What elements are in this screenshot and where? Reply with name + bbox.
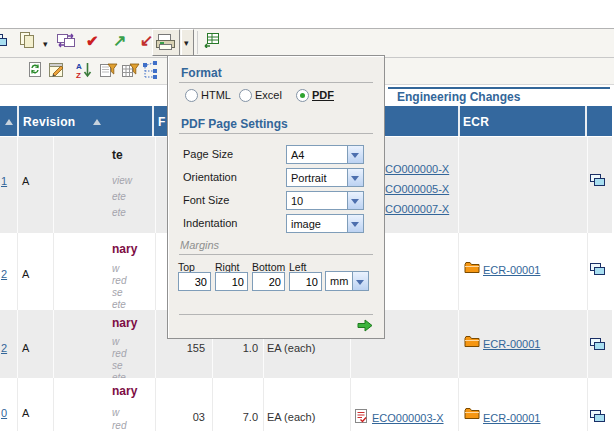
radio-pdf-label[interactable]: PDF bbox=[312, 89, 334, 101]
print-format-dialog: Format HTML Excel PDF PDF Page Settings … bbox=[167, 55, 385, 339]
sort-indicator-icon[interactable] bbox=[5, 119, 13, 125]
dropdown-button[interactable] bbox=[352, 272, 368, 290]
copy-menu-arrow-icon[interactable]: ▾ bbox=[43, 40, 48, 49]
table-row: 0 A nary w red 03 7.0 EA (each) ECO00000… bbox=[0, 378, 612, 431]
margin-top-input[interactable] bbox=[178, 272, 211, 291]
chevron-down-icon bbox=[351, 153, 359, 158]
item-number-link[interactable]: 2 bbox=[1, 268, 7, 280]
preview-pages-partial-icon[interactable] bbox=[0, 33, 9, 49]
ecr-link[interactable]: ECR-00001 bbox=[483, 338, 540, 350]
margin-bottom-input[interactable] bbox=[252, 272, 285, 291]
check-icon[interactable]: ✔ bbox=[86, 33, 99, 48]
eco-document-icon bbox=[354, 408, 368, 424]
divider bbox=[179, 82, 373, 83]
radio-html-label[interactable]: HTML bbox=[201, 89, 231, 101]
page-size-select[interactable]: A4 bbox=[286, 145, 364, 164]
font-size-select[interactable]: 10 bbox=[286, 191, 364, 210]
toolbar-separator bbox=[197, 31, 198, 54]
status-text-fragments: w red se ete bbox=[112, 336, 126, 384]
print-button[interactable] bbox=[152, 29, 180, 56]
item-number-link[interactable]: 0 bbox=[1, 407, 7, 419]
uom-value: EA (each) bbox=[267, 342, 315, 354]
column-header-revision[interactable]: Revision bbox=[23, 115, 75, 129]
column-header-ecr[interactable]: ECR bbox=[463, 115, 489, 129]
folder-icon bbox=[464, 261, 480, 274]
sort-az-icon[interactable]: AZ bbox=[75, 61, 93, 79]
svg-text:A: A bbox=[76, 62, 82, 71]
copy-icon[interactable] bbox=[18, 31, 36, 49]
filter-document-icon[interactable] bbox=[99, 61, 118, 79]
revision-value: A bbox=[22, 407, 29, 419]
radio-pdf[interactable] bbox=[296, 89, 309, 102]
eco-link[interactable]: CO000007-X bbox=[385, 203, 449, 215]
column-header-partial[interactable]: F bbox=[158, 115, 166, 129]
chevron-down-icon bbox=[356, 280, 364, 285]
print-row-icon[interactable] bbox=[589, 409, 607, 425]
status-text-fragments: w red se ete bbox=[112, 263, 126, 311]
swap-window-icon[interactable] bbox=[56, 32, 76, 49]
margin-left-input[interactable] bbox=[289, 272, 322, 291]
margins-heading: Margins bbox=[180, 239, 219, 251]
revision-value: A bbox=[22, 175, 29, 187]
page-size-label: Page Size bbox=[183, 148, 233, 160]
hierarchy-tree-icon[interactable] bbox=[142, 61, 159, 79]
font-size-value: 10 bbox=[291, 195, 303, 207]
dropdown-button[interactable] bbox=[347, 215, 363, 232]
folder-icon bbox=[464, 407, 480, 420]
column-divider bbox=[17, 106, 19, 136]
edit-notepad-icon[interactable] bbox=[48, 61, 67, 79]
lifecycle-phase-fragment: nary bbox=[112, 384, 137, 398]
column-divider bbox=[152, 106, 154, 136]
revision-value: A bbox=[22, 342, 29, 354]
filter-table-icon[interactable] bbox=[121, 61, 140, 79]
print-row-icon[interactable] bbox=[589, 262, 607, 278]
margin-unit-select[interactable]: mm bbox=[325, 271, 369, 291]
chevron-down-icon bbox=[351, 176, 359, 181]
status-text-fragments: view ete ete bbox=[112, 173, 132, 221]
dropdown-button[interactable] bbox=[347, 146, 363, 163]
group-header-engineering-changes: Engineering Changes bbox=[397, 90, 520, 104]
indentation-select[interactable]: image bbox=[286, 214, 364, 233]
svg-text:Z: Z bbox=[76, 71, 81, 79]
qty-value: 7.0 bbox=[214, 411, 258, 423]
orientation-label: Orientation bbox=[183, 171, 237, 183]
eco-link[interactable]: CO000005-X bbox=[385, 183, 449, 195]
sort-indicator-icon[interactable] bbox=[93, 119, 101, 125]
find-num-value: 155 bbox=[157, 342, 205, 354]
margin-right-input[interactable] bbox=[215, 272, 248, 291]
pdf-page-settings-heading: PDF Page Settings bbox=[181, 117, 288, 131]
orientation-select[interactable]: Portrait bbox=[286, 168, 364, 187]
dropdown-button[interactable] bbox=[347, 169, 363, 186]
chevron-down-icon bbox=[351, 199, 359, 204]
font-size-label: Font Size bbox=[183, 194, 229, 206]
qty-value: 1.0 bbox=[214, 342, 258, 354]
submit-arrow-button[interactable] bbox=[357, 319, 373, 332]
print-row-icon[interactable] bbox=[589, 173, 607, 189]
chevron-down-icon bbox=[351, 222, 359, 227]
print-row-icon[interactable] bbox=[589, 337, 607, 353]
status-text-fragments: w red bbox=[112, 406, 126, 431]
eco-link[interactable]: CO000000-X bbox=[385, 163, 449, 175]
promote-arrow-icon[interactable]: ↗ bbox=[113, 33, 126, 49]
radio-html[interactable] bbox=[185, 89, 198, 102]
column-divider bbox=[458, 106, 460, 136]
radio-excel[interactable] bbox=[239, 89, 252, 102]
item-number-link[interactable]: 2 bbox=[1, 342, 7, 354]
ecr-link[interactable]: ECR-00001 bbox=[483, 264, 540, 276]
dropdown-button[interactable] bbox=[347, 192, 363, 209]
refresh-document-icon[interactable] bbox=[27, 61, 43, 79]
eco-links: CO000000-X CO000005-X CO000007-X bbox=[385, 159, 449, 219]
column-divider bbox=[585, 106, 587, 136]
orientation-value: Portrait bbox=[291, 172, 326, 184]
uom-value: EA (each) bbox=[267, 411, 315, 423]
find-num-value: 03 bbox=[157, 411, 205, 423]
ecr-link[interactable]: ECR-00001 bbox=[483, 412, 540, 424]
item-number-link[interactable]: 1 bbox=[1, 175, 7, 187]
radio-excel-label[interactable]: Excel bbox=[255, 89, 282, 101]
application-window: ▾ ✔ ↗ ↙ ▾ AZ Engineering Changes Revisio… bbox=[0, 0, 614, 431]
print-menu-arrow-button[interactable]: ▾ bbox=[181, 29, 194, 56]
eco-link[interactable]: ECO000003-X bbox=[372, 412, 444, 424]
export-grid-icon[interactable] bbox=[204, 32, 220, 48]
format-heading: Format bbox=[181, 66, 222, 80]
divider bbox=[179, 254, 373, 255]
